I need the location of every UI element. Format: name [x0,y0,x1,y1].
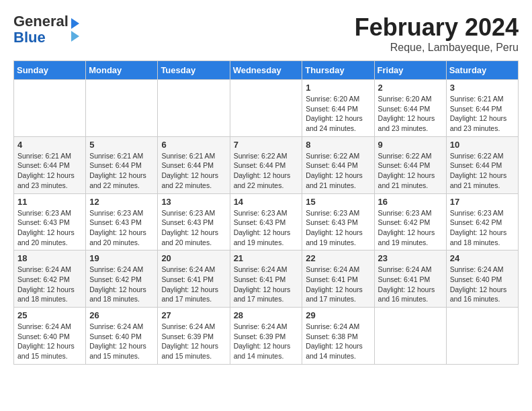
calendar-day-header: Saturday [446,61,518,80]
day-number: 25 [17,310,82,320]
calendar-cell: 13Sunrise: 6:23 AMSunset: 6:43 PMDayligh… [158,193,230,250]
day-info: Sunrise: 6:23 AMSunset: 6:42 PMDaylight:… [450,208,515,248]
logo-arrow-top [71,18,79,29]
day-info: Sunrise: 6:24 AMSunset: 6:39 PMDaylight:… [234,322,299,361]
calendar-cell [374,308,446,365]
day-number: 29 [306,310,370,320]
calendar-week-row: 25Sunrise: 6:24 AMSunset: 6:40 PMDayligh… [14,308,519,365]
day-info: Sunrise: 6:20 AMSunset: 6:44 PMDaylight:… [378,94,443,134]
day-number: 7 [234,140,299,150]
calendar-cell: 23Sunrise: 6:24 AMSunset: 6:41 PMDayligh… [374,250,446,308]
day-info: Sunrise: 6:22 AMSunset: 6:44 PMDaylight:… [378,151,443,191]
logo-text: General Blue [13,13,69,46]
calendar-day-header: Wednesday [230,61,302,80]
calendar-week-row: 4Sunrise: 6:21 AMSunset: 6:44 PMDaylight… [14,136,519,193]
day-info: Sunrise: 6:24 AMSunset: 6:39 PMDaylight:… [161,322,226,361]
calendar-cell [86,80,158,137]
calendar-cell: 17Sunrise: 6:23 AMSunset: 6:42 PMDayligh… [446,193,518,250]
day-number: 19 [89,253,154,263]
calendar-week-row: 11Sunrise: 6:23 AMSunset: 6:43 PMDayligh… [14,193,519,250]
calendar-cell: 16Sunrise: 6:23 AMSunset: 6:42 PMDayligh… [374,193,446,250]
day-number: 20 [161,253,226,263]
calendar-cell: 12Sunrise: 6:23 AMSunset: 6:43 PMDayligh… [86,193,158,250]
page-title: February 2024 [355,13,519,42]
day-number: 27 [161,310,226,320]
day-number: 4 [17,140,82,150]
day-info: Sunrise: 6:22 AMSunset: 6:44 PMDaylight:… [306,151,370,191]
day-info: Sunrise: 6:24 AMSunset: 6:41 PMDaylight:… [306,265,370,304]
day-info: Sunrise: 6:23 AMSunset: 6:43 PMDaylight:… [89,208,154,248]
day-number: 6 [161,140,226,150]
day-number: 10 [450,140,515,150]
day-number: 2 [378,83,443,93]
day-number: 16 [378,197,443,207]
calendar-cell: 10Sunrise: 6:22 AMSunset: 6:44 PMDayligh… [446,136,518,193]
day-info: Sunrise: 6:24 AMSunset: 6:41 PMDaylight:… [234,265,299,304]
day-number: 15 [306,197,370,207]
day-info: Sunrise: 6:23 AMSunset: 6:43 PMDaylight:… [306,208,370,248]
calendar-cell: 6Sunrise: 6:21 AMSunset: 6:44 PMDaylight… [158,136,230,193]
calendar-cell: 29Sunrise: 6:24 AMSunset: 6:38 PMDayligh… [302,308,374,365]
day-info: Sunrise: 6:22 AMSunset: 6:44 PMDaylight:… [450,151,515,191]
day-info: Sunrise: 6:24 AMSunset: 6:42 PMDaylight:… [89,265,154,304]
title-block: February 2024 Reque, Lambayeque, Peru [355,13,519,54]
day-number: 9 [378,140,443,150]
calendar-week-row: 18Sunrise: 6:24 AMSunset: 6:42 PMDayligh… [14,250,519,308]
calendar-cell: 20Sunrise: 6:24 AMSunset: 6:41 PMDayligh… [158,250,230,308]
day-number: 26 [89,310,154,320]
day-number: 1 [306,83,370,93]
calendar-week-row: 1Sunrise: 6:20 AMSunset: 6:44 PMDaylight… [14,80,519,137]
calendar-cell: 26Sunrise: 6:24 AMSunset: 6:40 PMDayligh… [86,308,158,365]
calendar-cell: 14Sunrise: 6:23 AMSunset: 6:43 PMDayligh… [230,193,302,250]
calendar-cell: 28Sunrise: 6:24 AMSunset: 6:39 PMDayligh… [230,308,302,365]
day-number: 22 [306,253,370,263]
calendar-cell: 18Sunrise: 6:24 AMSunset: 6:42 PMDayligh… [14,250,86,308]
logo: General Blue [13,13,79,46]
calendar-cell: 9Sunrise: 6:22 AMSunset: 6:44 PMDaylight… [374,136,446,193]
calendar-cell: 15Sunrise: 6:23 AMSunset: 6:43 PMDayligh… [302,193,374,250]
day-info: Sunrise: 6:21 AMSunset: 6:44 PMDaylight:… [161,151,226,191]
day-info: Sunrise: 6:24 AMSunset: 6:42 PMDaylight:… [17,265,82,304]
day-info: Sunrise: 6:24 AMSunset: 6:41 PMDaylight:… [161,265,226,304]
day-info: Sunrise: 6:24 AMSunset: 6:40 PMDaylight:… [89,322,154,361]
calendar-cell: 3Sunrise: 6:21 AMSunset: 6:44 PMDaylight… [446,80,518,137]
day-info: Sunrise: 6:24 AMSunset: 6:40 PMDaylight:… [450,265,515,304]
day-number: 13 [161,197,226,207]
day-number: 8 [306,140,370,150]
day-number: 14 [234,197,299,207]
day-number: 11 [17,197,82,207]
calendar-cell [230,80,302,137]
day-info: Sunrise: 6:23 AMSunset: 6:43 PMDaylight:… [17,208,82,248]
day-info: Sunrise: 6:24 AMSunset: 6:40 PMDaylight:… [17,322,82,361]
calendar-day-header: Friday [374,61,446,80]
calendar-cell: 4Sunrise: 6:21 AMSunset: 6:44 PMDaylight… [14,136,86,193]
day-info: Sunrise: 6:21 AMSunset: 6:44 PMDaylight:… [17,151,82,191]
day-info: Sunrise: 6:21 AMSunset: 6:44 PMDaylight:… [89,151,154,191]
calendar-cell: 2Sunrise: 6:20 AMSunset: 6:44 PMDaylight… [374,80,446,137]
calendar-cell: 21Sunrise: 6:24 AMSunset: 6:41 PMDayligh… [230,250,302,308]
day-number: 12 [89,197,154,207]
day-number: 17 [450,197,515,207]
calendar-cell: 19Sunrise: 6:24 AMSunset: 6:42 PMDayligh… [86,250,158,308]
day-number: 23 [378,253,443,263]
calendar-cell: 5Sunrise: 6:21 AMSunset: 6:44 PMDaylight… [86,136,158,193]
page-subtitle: Reque, Lambayeque, Peru [355,42,519,54]
calendar-cell: 25Sunrise: 6:24 AMSunset: 6:40 PMDayligh… [14,308,86,365]
day-number: 24 [450,253,515,263]
calendar-cell: 8Sunrise: 6:22 AMSunset: 6:44 PMDaylight… [302,136,374,193]
calendar-day-header: Monday [86,61,158,80]
calendar-cell: 7Sunrise: 6:22 AMSunset: 6:44 PMDaylight… [230,136,302,193]
logo-arrow-bottom [71,31,79,42]
calendar-cell: 22Sunrise: 6:24 AMSunset: 6:41 PMDayligh… [302,250,374,308]
day-info: Sunrise: 6:23 AMSunset: 6:43 PMDaylight:… [161,208,226,248]
day-number: 28 [234,310,299,320]
calendar-cell [158,80,230,137]
day-info: Sunrise: 6:22 AMSunset: 6:44 PMDaylight:… [234,151,299,191]
day-info: Sunrise: 6:23 AMSunset: 6:42 PMDaylight:… [378,208,443,248]
calendar-cell: 27Sunrise: 6:24 AMSunset: 6:39 PMDayligh… [158,308,230,365]
day-info: Sunrise: 6:23 AMSunset: 6:43 PMDaylight:… [234,208,299,248]
day-number: 3 [450,83,515,93]
day-info: Sunrise: 6:24 AMSunset: 6:41 PMDaylight:… [378,265,443,304]
calendar-cell: 11Sunrise: 6:23 AMSunset: 6:43 PMDayligh… [14,193,86,250]
calendar-cell: 1Sunrise: 6:20 AMSunset: 6:44 PMDaylight… [302,80,374,137]
